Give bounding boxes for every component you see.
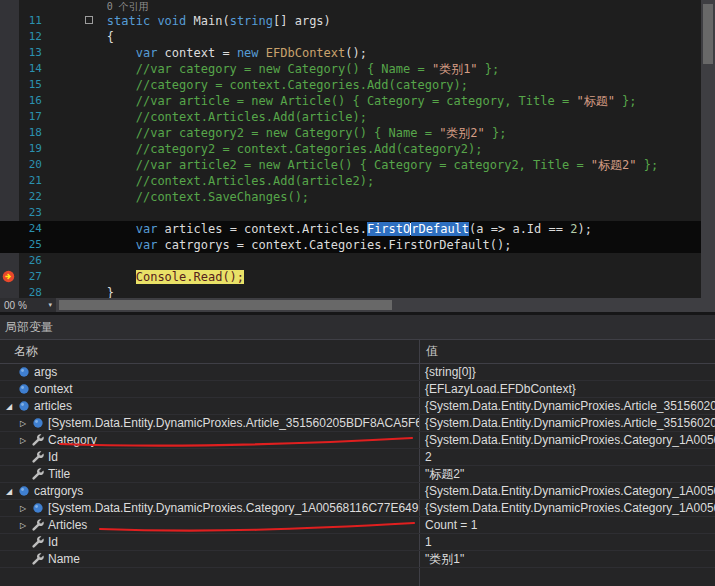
variable-name: Title	[46, 467, 70, 481]
outline-collapse-box-icon[interactable]	[85, 16, 93, 24]
code-line[interactable]: 20 //var article2 = new Article() { Cate…	[0, 157, 701, 173]
locals-row[interactable]: Name"类别1"	[0, 551, 715, 568]
code-line[interactable]: 21 //context.Articles.Add(article2);	[0, 173, 701, 189]
code-text[interactable]: var context = new EFDbContext();	[49, 45, 701, 61]
expand-icon[interactable]: ▷	[16, 419, 30, 428]
code-line[interactable]: 17 //context.Articles.Add(article);	[0, 109, 701, 125]
collapse-icon[interactable]: ◢	[2, 402, 16, 411]
code-text[interactable]: {	[49, 29, 701, 45]
codelens-line[interactable]: 0 个引用	[0, 0, 701, 13]
breakpoint-margin[interactable]	[0, 285, 19, 298]
code-line[interactable]: 26	[0, 253, 701, 269]
code-line[interactable]: 24 var articles = context.Articles.First…	[0, 221, 701, 237]
variable-value[interactable]: Count = 1	[420, 517, 715, 533]
expand-icon[interactable]: ▷	[16, 521, 30, 530]
code-text[interactable]	[49, 205, 701, 221]
expand-icon[interactable]: ▷	[16, 436, 30, 445]
horizontal-scrollbar[interactable]	[56, 298, 715, 312]
variable-value[interactable]: 2	[420, 449, 715, 465]
code-line[interactable]: 23	[0, 205, 701, 221]
variable-value[interactable]: {string[0]}	[420, 364, 715, 380]
locals-row[interactable]: context{EFLazyLoad.EFDbContext}	[0, 381, 715, 398]
code-line[interactable]: 14 //var category = new Category() { Nam…	[0, 61, 701, 77]
code-text[interactable]: }	[49, 285, 701, 298]
code-line[interactable]: 22 //context.SaveChanges();	[0, 189, 701, 205]
code-line[interactable]: 19 //category2 = context.Categories.Add(…	[0, 141, 701, 157]
locals-row[interactable]: ▷Category{System.Data.Entity.DynamicProx…	[0, 432, 715, 449]
breakpoint-margin[interactable]	[0, 205, 19, 221]
breakpoint-margin[interactable]	[0, 253, 19, 269]
breakpoint-margin[interactable]	[0, 93, 19, 109]
code-text[interactable]: //category2 = context.Categories.Add(cat…	[49, 141, 701, 157]
code-text[interactable]: var articles = context.Articles.FirstOrD…	[49, 221, 701, 237]
locals-row[interactable]: ▷[System.Data.Entity.DynamicProxies.Arti…	[0, 415, 715, 432]
code-text[interactable]: //context.Articles.Add(article);	[49, 109, 701, 125]
code-line[interactable]: 18 //var category2 = new Category() { Na…	[0, 125, 701, 141]
locals-row[interactable]: Title"标题2"	[0, 466, 715, 483]
code-line[interactable]: 28 }	[0, 285, 701, 298]
code-text[interactable]: var catrgorys = context.Categories.First…	[49, 237, 701, 253]
breakpoint-current-statement-icon[interactable]	[2, 270, 15, 283]
code-text[interactable]: //context.SaveChanges();	[49, 189, 701, 205]
variable-value[interactable]: {System.Data.Entity.DynamicProxies.Categ…	[420, 483, 715, 499]
code-line[interactable]: 27 Console.Read();	[0, 269, 701, 285]
column-header-name[interactable]: 名称	[0, 340, 420, 363]
vertical-scrollbar-thumb[interactable]	[703, 4, 713, 64]
breakpoint-margin[interactable]	[0, 173, 19, 189]
variable-value[interactable]: {EFLazyLoad.EFDbContext}	[420, 381, 715, 397]
vertical-scrollbar[interactable]	[701, 0, 715, 298]
collapse-icon[interactable]: ◢	[2, 487, 16, 496]
locals-row[interactable]: Id1	[0, 534, 715, 551]
variable-value[interactable]: {System.Data.Entity.DynamicProxies.Artic…	[420, 398, 715, 414]
expand-icon[interactable]: ▷	[16, 504, 30, 513]
editor-bottom-bar: 00 % ▾	[0, 298, 715, 312]
zoom-control[interactable]: 00 % ▾	[0, 298, 56, 312]
code-text[interactable]	[49, 253, 701, 269]
breakpoint-margin[interactable]	[0, 109, 19, 125]
variable-value[interactable]: "标题2"	[420, 466, 715, 482]
breakpoint-margin[interactable]	[0, 13, 19, 29]
code-text[interactable]: //var article2 = new Article() { Categor…	[49, 157, 701, 173]
variable-value[interactable]: 1	[420, 534, 715, 550]
locals-row[interactable]: ▷[System.Data.Entity.DynamicProxies.Cate…	[0, 500, 715, 517]
locals-row[interactable]: ◢catrgorys{System.Data.Entity.DynamicPro…	[0, 483, 715, 500]
code-area[interactable]: 0 个引用11 static void Main(string[] args)1…	[0, 0, 701, 298]
locals-row[interactable]: ▷ArticlesCount = 1	[0, 517, 715, 534]
code-text[interactable]: //var category2 = new Category() { Name …	[49, 125, 701, 141]
code-line[interactable]: 25 var catrgorys = context.Categories.Fi…	[0, 237, 701, 253]
breakpoint-margin[interactable]	[0, 269, 19, 285]
variable-value[interactable]: {System.Data.Entity.DynamicProxies.Artic…	[420, 415, 715, 431]
code-text[interactable]: Console.Read();	[49, 269, 701, 285]
locals-name-cell: ▷[System.Data.Entity.DynamicProxies.Cate…	[0, 500, 420, 516]
variable-value[interactable]: {System.Data.Entity.DynamicProxies.Categ…	[420, 432, 715, 448]
breakpoint-margin[interactable]	[0, 141, 19, 157]
code-line[interactable]: 16 //var article = new Article() { Categ…	[0, 93, 701, 109]
variable-value[interactable]: {System.Data.Entity.DynamicProxies.Categ…	[420, 500, 715, 516]
code-text[interactable]: static void Main(string[] args)	[49, 13, 701, 29]
breakpoint-margin[interactable]	[0, 237, 19, 253]
breakpoint-margin[interactable]	[0, 221, 19, 237]
locals-row[interactable]: ◢articles{System.Data.Entity.DynamicProx…	[0, 398, 715, 415]
breakpoint-margin[interactable]	[0, 61, 19, 77]
code-text[interactable]: //var category = new Category() { Name =…	[49, 61, 701, 77]
breakpoint-margin[interactable]	[0, 0, 19, 13]
code-text[interactable]: //var article = new Article() { Category…	[49, 93, 701, 109]
breakpoint-margin[interactable]	[0, 157, 19, 173]
code-line[interactable]: 12 {	[0, 29, 701, 45]
code-line[interactable]: 11 static void Main(string[] args)	[0, 13, 701, 29]
breakpoint-margin[interactable]	[0, 125, 19, 141]
code-text[interactable]: 0 个引用	[49, 0, 701, 13]
breakpoint-margin[interactable]	[0, 45, 19, 61]
breakpoint-margin[interactable]	[0, 189, 19, 205]
locals-row[interactable]: args{string[0]}	[0, 364, 715, 381]
breakpoint-margin[interactable]	[0, 77, 19, 93]
locals-row[interactable]: Id2	[0, 449, 715, 466]
horizontal-scrollbar-thumb[interactable]	[59, 300, 392, 310]
code-line[interactable]: 15 //category = context.Categories.Add(c…	[0, 77, 701, 93]
column-header-value[interactable]: 值	[420, 340, 715, 363]
variable-value[interactable]: "类别1"	[420, 551, 715, 567]
code-line[interactable]: 13 var context = new EFDbContext();	[0, 45, 701, 61]
breakpoint-margin[interactable]	[0, 29, 19, 45]
code-text[interactable]: //category = context.Categories.Add(cate…	[49, 77, 701, 93]
code-text[interactable]: //context.Articles.Add(article2);	[49, 173, 701, 189]
